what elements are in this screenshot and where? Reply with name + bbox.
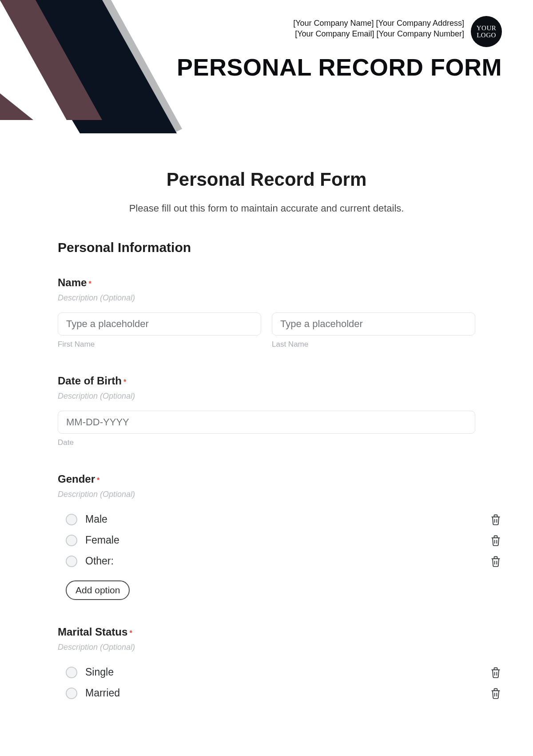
gender-option-row: Other: — [58, 551, 475, 572]
trash-icon[interactable] — [489, 534, 502, 547]
section-heading: Personal Information — [58, 240, 475, 255]
trash-icon[interactable] — [489, 687, 502, 700]
marital-description[interactable]: Description (Optional) — [58, 643, 475, 652]
required-mark: * — [97, 476, 99, 484]
trash-icon[interactable] — [489, 513, 502, 526]
marital-option-row: Married — [58, 683, 475, 704]
dob-sublabel: Date — [58, 438, 475, 447]
trash-icon[interactable] — [489, 666, 502, 679]
marital-option-label[interactable]: Single — [85, 666, 114, 678]
logo-text: YOUR LOGO — [471, 24, 502, 39]
gender-label: Gender — [58, 473, 95, 485]
field-name: Name* Description (Optional) First Name … — [58, 276, 475, 349]
gender-description[interactable]: Description (Optional) — [58, 490, 475, 499]
dob-description[interactable]: Description (Optional) — [58, 392, 475, 401]
first-name-input[interactable] — [58, 312, 261, 336]
marital-option-row: Single — [58, 662, 475, 683]
gender-option-label[interactable]: Female — [85, 534, 119, 546]
last-name-input[interactable] — [272, 312, 475, 336]
last-name-sublabel: Last Name — [272, 340, 475, 349]
radio-icon[interactable] — [66, 667, 77, 678]
radio-icon[interactable] — [66, 514, 77, 525]
field-dob: Date of Birth* Description (Optional) Da… — [58, 375, 475, 447]
gender-options: Male Female Other: — [58, 509, 475, 572]
radio-icon[interactable] — [66, 556, 77, 567]
required-mark: * — [123, 378, 126, 386]
radio-icon[interactable] — [66, 535, 77, 546]
dob-input[interactable] — [58, 411, 475, 434]
gender-option-label[interactable]: Male — [85, 513, 107, 525]
field-marital-status: Marital Status* Description (Optional) S… — [58, 626, 475, 704]
page-big-title: PERSONAL RECORD FORM — [0, 53, 502, 81]
gender-option-row: Male — [58, 509, 475, 530]
name-description[interactable]: Description (Optional) — [58, 293, 475, 303]
field-gender: Gender* Description (Optional) Male Fema… — [58, 473, 475, 600]
name-label: Name — [58, 276, 87, 288]
marital-label: Marital Status — [58, 626, 127, 638]
company-line-2: [Your Company Email] [Your Company Numbe… — [293, 28, 464, 39]
first-name-sublabel: First Name — [58, 340, 261, 349]
radio-icon[interactable] — [66, 688, 77, 699]
company-line-1: [Your Company Name] [Your Company Addres… — [293, 18, 464, 28]
trash-icon[interactable] — [489, 555, 502, 568]
gender-option-row: Female — [58, 530, 475, 551]
required-mark: * — [88, 280, 91, 288]
required-mark: * — [129, 629, 132, 637]
form-title: Personal Record Form — [58, 169, 475, 190]
dob-label: Date of Birth — [58, 375, 122, 387]
form-container: Personal Record Form Please fill out thi… — [58, 169, 475, 704]
marital-options: Single Married — [58, 662, 475, 704]
gender-option-label[interactable]: Other: — [85, 555, 114, 567]
add-option-button[interactable]: Add option — [66, 580, 130, 600]
logo-badge: YOUR LOGO — [471, 16, 502, 47]
marital-option-label[interactable]: Married — [85, 687, 120, 699]
company-info: [Your Company Name] [Your Company Addres… — [293, 18, 464, 40]
form-subtitle: Please fill out this form to maintain ac… — [58, 203, 475, 214]
